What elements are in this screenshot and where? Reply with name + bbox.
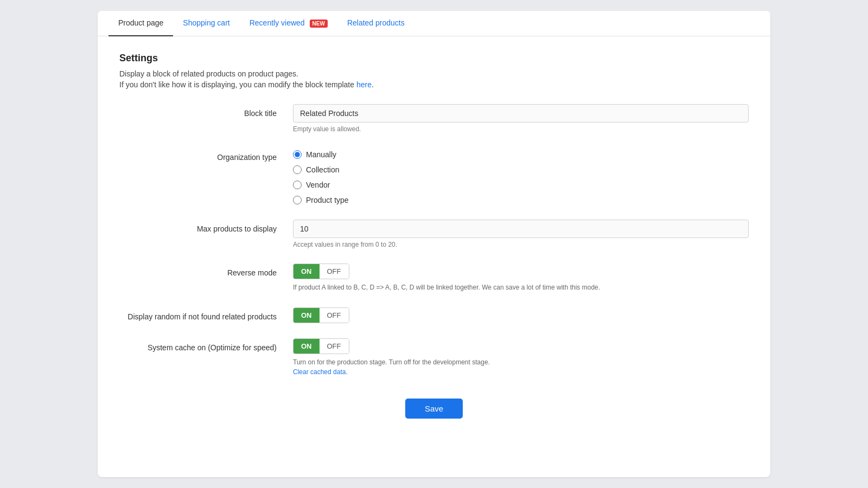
main-card: Product page Shopping cart Recently view… — [98, 11, 770, 477]
template-note: If you don't like how it is displaying, … — [119, 80, 749, 89]
template-link[interactable]: here — [356, 80, 372, 89]
system-cache-row: System cache on (Optimize for speed) ON … — [119, 338, 749, 377]
radio-product-type-label: Product type — [306, 196, 349, 204]
radio-manually[interactable]: Manually — [293, 150, 749, 159]
radio-product-type-input[interactable] — [293, 196, 302, 204]
tabs-bar: Product page Shopping cart Recently view… — [98, 11, 770, 36]
tab-product-page[interactable]: Product page — [108, 11, 173, 36]
max-products-hint: Accept values in range from 0 to 20. — [293, 241, 749, 248]
display-random-off[interactable]: OFF — [320, 308, 349, 323]
block-title-control: Empty value is allowed. — [293, 104, 749, 133]
max-products-input[interactable] — [293, 220, 749, 238]
system-cache-desc: Turn on for the production stage. Turn o… — [293, 357, 673, 377]
radio-collection-input[interactable] — [293, 165, 302, 174]
save-button[interactable]: Save — [405, 399, 463, 419]
content-area: Settings Display a block of related prod… — [98, 36, 770, 446]
reverse-mode-toggle[interactable]: ON OFF — [293, 264, 349, 279]
display-random-toggle[interactable]: ON OFF — [293, 307, 349, 323]
radio-vendor-label: Vendor — [306, 181, 330, 189]
tab-shopping-cart[interactable]: Shopping cart — [173, 11, 239, 36]
reverse-mode-row: Reverse mode ON OFF If product A linked … — [119, 264, 749, 292]
system-cache-toggle[interactable]: ON OFF — [293, 338, 349, 354]
reverse-mode-on[interactable]: ON — [293, 264, 320, 279]
reverse-mode-desc: If product A linked to B, C, D => A, B, … — [293, 282, 673, 292]
system-cache-label: System cache on (Optimize for speed) — [119, 338, 293, 354]
block-title-row: Block title Empty value is allowed. — [119, 104, 749, 133]
system-cache-off[interactable]: OFF — [320, 339, 349, 354]
display-random-row: Display random if not found related prod… — [119, 307, 749, 323]
radio-product-type[interactable]: Product type — [293, 196, 749, 204]
display-random-control: ON OFF — [293, 307, 749, 323]
system-cache-on[interactable]: ON — [293, 339, 320, 354]
organization-type-label: Organization type — [119, 148, 293, 163]
max-products-row: Max products to display Accept values in… — [119, 220, 749, 248]
block-title-hint: Empty value is allowed. — [293, 125, 749, 133]
max-products-label: Max products to display — [119, 220, 293, 235]
max-products-control: Accept values in range from 0 to 20. — [293, 220, 749, 248]
block-title-input[interactable] — [293, 104, 749, 123]
radio-group-organization: Manually Collection Vendor Product type — [293, 148, 749, 204]
radio-vendor-input[interactable] — [293, 181, 302, 189]
radio-manually-label: Manually — [306, 150, 336, 159]
display-random-on[interactable]: ON — [293, 308, 320, 323]
clear-cache-link[interactable]: Clear cached data — [293, 368, 346, 376]
save-row: Save — [119, 399, 749, 429]
reverse-mode-label: Reverse mode — [119, 264, 293, 279]
section-description: Display a block of related products on p… — [119, 69, 749, 78]
reverse-mode-control: ON OFF If product A linked to B, C, D =>… — [293, 264, 749, 292]
radio-collection-label: Collection — [306, 165, 339, 174]
organization-type-row: Organization type Manually Collection Ve… — [119, 148, 749, 204]
reverse-mode-off[interactable]: OFF — [320, 264, 349, 279]
display-random-label: Display random if not found related prod… — [119, 307, 293, 323]
new-badge: NEW — [310, 20, 328, 28]
radio-manually-input[interactable] — [293, 150, 302, 159]
tab-recently-viewed[interactable]: Recently viewed NEW — [240, 11, 337, 36]
tab-related-products[interactable]: Related products — [337, 11, 414, 36]
radio-vendor[interactable]: Vendor — [293, 181, 749, 189]
organization-type-control: Manually Collection Vendor Product type — [293, 148, 749, 204]
section-title: Settings — [119, 53, 749, 64]
radio-collection[interactable]: Collection — [293, 165, 749, 174]
system-cache-control: ON OFF Turn on for the production stage.… — [293, 338, 749, 377]
block-title-label: Block title — [119, 104, 293, 119]
